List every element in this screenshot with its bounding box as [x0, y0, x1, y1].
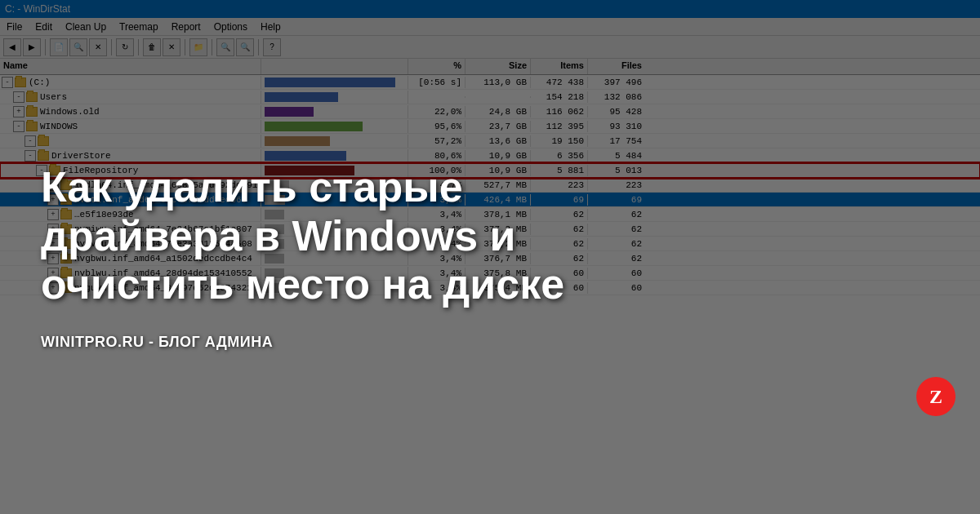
folder-icon	[60, 210, 72, 219]
column-headers: Name % Size Items Files	[0, 59, 980, 75]
toolbar-btn-zoom-out[interactable]: 🔍	[236, 38, 254, 56]
row-size: 13,6 GB	[466, 135, 531, 147]
row-pct: [0:56 s]	[408, 77, 466, 88]
table-row[interactable]: +nvmiwu.inf_amd64_7e24b67e1bf1c8073,4%37…	[0, 222, 980, 237]
row-bar	[265, 224, 284, 234]
expand-icon[interactable]: +	[47, 194, 59, 206]
row-name-cell: -	[0, 135, 261, 148]
row-bar-cell	[261, 267, 408, 280]
table-row[interactable]: -(C:)[0:56 s]113,0 GB472 438397 496	[0, 75, 980, 90]
row-size: 378,1 MB	[466, 209, 531, 220]
table-row[interactable]: +nvgbwu.inf_amd64_a1502dedccdbe4c43,4%37…	[0, 251, 980, 266]
row-files: 62	[588, 224, 645, 235]
expand-icon[interactable]: -	[2, 77, 13, 88]
expand-icon[interactable]: +	[13, 106, 24, 117]
row-bar	[265, 166, 354, 175]
table-row[interactable]: -DriverStore80,6%10,9 GB6 3565 484	[0, 148, 980, 163]
menu-item-treemap[interactable]: Treemap	[113, 20, 165, 34]
expand-icon[interactable]: +	[47, 224, 59, 235]
table-row[interactable]: +nvguwu.inf_amd64_34897d62d90743213,4%37…	[0, 281, 980, 295]
row-name-cell: +nvblwu.inf_amd64_28d94de153410552	[0, 267, 261, 280]
toolbar-btn-search[interactable]: 🔍	[69, 38, 87, 56]
window-title: C: - WinDirStat	[5, 3, 70, 15]
row-pct: 3,4%	[408, 238, 466, 250]
row-name-cell: -FileRepository	[0, 164, 261, 177]
row-bar	[265, 122, 363, 131]
expand-icon[interactable]: +	[47, 282, 59, 294]
col-header-items[interactable]: Items	[531, 59, 588, 74]
col-header-files[interactable]: Files	[588, 59, 645, 74]
row-size: 24,8 GB	[466, 106, 531, 117]
expand-icon[interactable]: +	[47, 238, 59, 250]
row-name-text: nvlti.inf_amd64_ebcf8f37ddfecb69	[74, 195, 247, 205]
col-header-size[interactable]: Size	[466, 59, 531, 74]
table-row[interactable]: -WINDOWS95,6%23,7 GB112 39593 310	[0, 119, 980, 134]
toolbar-btn-zoom-in[interactable]: 🔍	[216, 38, 234, 56]
expand-icon[interactable]: -	[13, 91, 24, 103]
row-files: 60	[588, 282, 645, 294]
toolbar-btn-folder[interactable]: 📁	[189, 38, 207, 56]
toolbar-btn-x2[interactable]: ✕	[163, 38, 180, 56]
table-row[interactable]: +nvblwu.inf_amd64_28d94de1534105523,4%37…	[0, 266, 980, 281]
table-row[interactable]: -FileRepository100,0%10,9 GB5 8815 013	[0, 163, 980, 178]
toolbar-sep-4	[185, 39, 185, 55]
row-name-cell: +nvcvwu.inf_amd64_75e3a3412504a508	[0, 237, 261, 250]
menu-item-edit[interactable]: Edit	[29, 20, 59, 34]
row-size: 377,3 MB	[466, 224, 531, 235]
row-name-cell: +nvguwu.inf_amd64_34897d62d9074321	[0, 281, 261, 295]
menu-item-help[interactable]: Help	[254, 20, 287, 34]
toolbar-btn-doc[interactable]: 📄	[50, 38, 68, 56]
folder-icon	[38, 151, 49, 161]
menu-item-file[interactable]: File	[0, 20, 29, 34]
expand-icon[interactable]: -	[24, 135, 36, 147]
folder-icon	[60, 254, 72, 264]
table-row[interactable]: -Users154 218132 086	[0, 90, 980, 104]
menu-item-options[interactable]: Options	[207, 20, 254, 34]
expand-icon[interactable]: +	[47, 209, 59, 220]
row-files: 93 310	[588, 121, 645, 132]
expand-icon[interactable]: +	[47, 179, 59, 191]
col-header-subtree	[261, 59, 408, 74]
row-size: 10,9 GB	[466, 165, 531, 176]
row-pct: 3,8%	[408, 194, 466, 206]
row-name-text: nvmiwu.inf_amd64_7e24b67e1bf1c807	[74, 224, 252, 234]
expand-icon[interactable]: -	[13, 121, 24, 132]
row-name-cell: -WINDOWS	[0, 120, 261, 133]
row-bar-cell	[261, 76, 408, 89]
folder-icon	[60, 268, 72, 278]
menu-item-clean-up[interactable]: Clean Up	[59, 20, 113, 34]
table-row[interactable]: +igdlh64.inf_amd64_69885addc92dcf914,7%5…	[0, 178, 980, 193]
row-items: 154 218	[531, 91, 588, 103]
row-bar-cell	[261, 149, 408, 162]
table-row[interactable]: +nvcvwu.inf_amd64_75e3a3412504a5083,4%37…	[0, 237, 980, 251]
col-header-name[interactable]: Name	[0, 59, 261, 74]
expand-icon[interactable]: +	[47, 253, 59, 264]
row-bar-cell	[261, 91, 408, 104]
expand-icon[interactable]: -	[36, 165, 47, 176]
table-row[interactable]: +nvlti.inf_amd64_ebcf8f37ddfecb693,8%426…	[0, 193, 980, 207]
table-row[interactable]: -57,2%13,6 GB19 15017 754	[0, 134, 980, 148]
col-header-pct[interactable]: %	[408, 59, 466, 74]
folder-icon	[26, 92, 38, 102]
row-pct: 3,4%	[408, 253, 466, 264]
toolbar-btn-play[interactable]: ▶	[23, 38, 41, 56]
row-name-text: Windows.old	[40, 107, 100, 117]
expand-icon[interactable]: +	[47, 268, 59, 279]
row-bar-cell	[261, 164, 408, 177]
expand-icon[interactable]: -	[24, 150, 36, 162]
row-items: 6 356	[531, 150, 588, 162]
menu-item-report[interactable]: Report	[165, 20, 207, 34]
row-bar-cell	[261, 120, 408, 133]
row-bar-cell	[261, 223, 408, 236]
row-bar-cell	[261, 179, 408, 192]
table-row[interactable]: +Windows.old22,0%24,8 GB116 06295 428	[0, 104, 980, 119]
toolbar-btn-refresh[interactable]: ↻	[116, 38, 134, 56]
toolbar-btn-x[interactable]: ✕	[89, 38, 107, 56]
row-files: 132 086	[588, 91, 645, 103]
table-row[interactable]: +…e5f18e93de3,4%378,1 MB6262	[0, 207, 980, 222]
row-name-cell: +Windows.old	[0, 105, 261, 118]
row-pct: 80,6%	[408, 150, 466, 162]
toolbar-btn-back[interactable]: ◀	[3, 38, 21, 56]
toolbar-btn-help[interactable]: ?	[263, 38, 281, 56]
toolbar-btn-del[interactable]: 🗑	[143, 38, 161, 56]
